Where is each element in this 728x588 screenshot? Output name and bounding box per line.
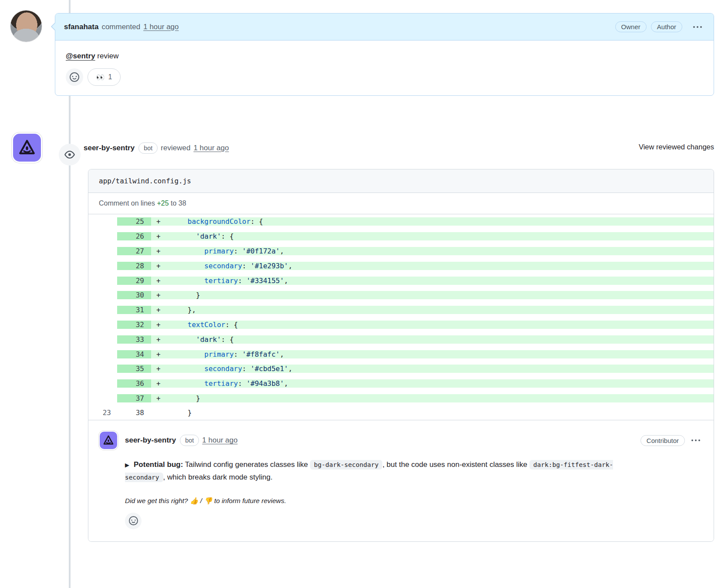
eyes-reaction-button[interactable]: 👀 1 bbox=[88, 68, 121, 86]
diff-rows: 25+ backgroundColor: {26+ 'dark': {27+ p… bbox=[88, 214, 714, 420]
seer-pyramid-eye-icon bbox=[102, 434, 115, 446]
comment-author[interactable]: sfanahata bbox=[64, 23, 98, 31]
review-event-header: seer-by-sentry bot reviewed 1 hour ago bbox=[84, 140, 229, 156]
comment-body: @sentry review bbox=[55, 41, 714, 63]
review-diff-panel: app/tailwind.config.js Comment on lines … bbox=[88, 169, 714, 542]
smiley-icon bbox=[70, 72, 79, 82]
comment-menu-button[interactable] bbox=[690, 21, 705, 33]
eyes-emoji: 👀 bbox=[96, 73, 105, 81]
diff-row: 26+ 'dark': { bbox=[88, 229, 714, 244]
potential-bug-title: Potential bug: bbox=[134, 460, 183, 469]
range-end: 38 bbox=[179, 199, 186, 207]
pr-conversation-page: sfanahata commented 1 hour ago Owner Aut… bbox=[0, 0, 728, 588]
inline-comment-menu-button[interactable] bbox=[688, 435, 703, 446]
diff-row: 27+ primary: '#0f172a', bbox=[88, 244, 714, 259]
eye-icon bbox=[64, 149, 75, 160]
comment-caret-fill bbox=[52, 23, 56, 30]
diff-row: 28+ secondary: '#1e293b', bbox=[88, 258, 714, 273]
diff-file-path[interactable]: app/tailwind.config.js bbox=[88, 169, 714, 193]
kebab-icon bbox=[695, 439, 697, 441]
comment-on-lines: Comment on lines +25 to 38 bbox=[88, 193, 714, 214]
diff-row: 37+ } bbox=[88, 391, 714, 406]
inline-comment-author[interactable]: seer-by-sentry bbox=[125, 436, 176, 445]
comment-text: review bbox=[95, 52, 119, 60]
diff-row: 29+ tertiary: '#334155', bbox=[88, 273, 714, 288]
diff-row: 34+ primary: '#f8fafc', bbox=[88, 347, 714, 362]
bot-badge: bot bbox=[180, 435, 199, 446]
add-reaction-button[interactable] bbox=[66, 68, 83, 86]
author-badge: Author bbox=[651, 21, 682, 32]
reaction-row: 👀 1 bbox=[55, 63, 714, 95]
seer-pyramid-eye-icon bbox=[17, 138, 37, 157]
bot-badge: bot bbox=[138, 142, 158, 154]
range-mid: to bbox=[169, 199, 179, 207]
inline-code-chip: bg-dark-secondary bbox=[310, 460, 382, 470]
inline-comment-timestamp-link[interactable]: 1 hour ago bbox=[202, 436, 237, 445]
disclosure-triangle-icon[interactable]: ▶ bbox=[125, 462, 129, 468]
review-author[interactable]: seer-by-sentry bbox=[84, 144, 135, 152]
diff-row: 25+ backgroundColor: { bbox=[88, 214, 714, 229]
seer-bot-avatar-small[interactable] bbox=[99, 431, 118, 450]
diff-row: 33+ 'dark': { bbox=[88, 332, 714, 347]
review-event-badge bbox=[59, 144, 81, 166]
seer-logo-background-small bbox=[100, 432, 117, 449]
inline-comment-text: Tailwind config generates classes like b… bbox=[125, 460, 613, 481]
user-avatar[interactable] bbox=[10, 10, 42, 42]
range-start: +25 bbox=[157, 199, 169, 207]
comment-action: commented bbox=[101, 23, 140, 31]
comment-on-lines-prefix: Comment on lines bbox=[99, 199, 157, 207]
inline-reaction-row bbox=[125, 513, 703, 529]
review-action: reviewed bbox=[161, 144, 190, 152]
sentry-mention-link[interactable]: @sentry bbox=[66, 52, 95, 60]
inline-comment-body: ▶Potential bug: Tailwind config generate… bbox=[125, 459, 643, 484]
eyes-reaction-count: 1 bbox=[108, 73, 112, 81]
seer-logo-background bbox=[13, 134, 41, 162]
owner-badge: Owner bbox=[615, 21, 647, 32]
contributor-badge: Contributor bbox=[640, 435, 685, 446]
kebab-icon bbox=[697, 26, 698, 28]
inline-comment-header: seer-by-sentry bot 1 hour ago Contributo… bbox=[99, 431, 703, 450]
top-comment-card: sfanahata commented 1 hour ago Owner Aut… bbox=[55, 13, 714, 96]
view-reviewed-changes-link[interactable]: View reviewed changes bbox=[639, 143, 714, 151]
inline-bot-comment: seer-by-sentry bot 1 hour ago Contributo… bbox=[88, 420, 714, 541]
add-reaction-button[interactable] bbox=[125, 513, 142, 529]
comment-timestamp-link[interactable]: 1 hour ago bbox=[143, 23, 179, 31]
diff-row: 2338 } bbox=[88, 406, 714, 420]
diff-row: 31+ }, bbox=[88, 303, 714, 318]
seer-bot-avatar[interactable] bbox=[12, 132, 42, 163]
diff-row: 36+ tertiary: '#94a3b8', bbox=[88, 376, 714, 391]
diff-row: 30+ } bbox=[88, 288, 714, 303]
feedback-footnote: Did we get this right? 👍 / 👎 to inform f… bbox=[125, 497, 703, 505]
diff-row: 35+ secondary: '#cbd5e1', bbox=[88, 362, 714, 376]
comment-header: sfanahata commented 1 hour ago Owner Aut… bbox=[55, 14, 714, 41]
diff-row: 32+ textColor: { bbox=[88, 318, 714, 332]
smiley-icon bbox=[129, 516, 138, 525]
review-timestamp-link[interactable]: 1 hour ago bbox=[193, 144, 229, 152]
